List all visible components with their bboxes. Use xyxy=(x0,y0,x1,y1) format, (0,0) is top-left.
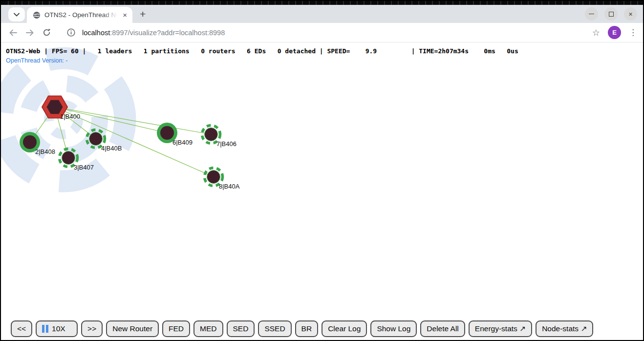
new-tab-button[interactable]: + xyxy=(140,8,146,20)
action-toolbar: << 10X >> New Router FED MED SED SSED BR… xyxy=(11,320,593,337)
node-label: 4|B40B xyxy=(101,145,122,152)
new-router-button[interactable]: New Router xyxy=(106,320,159,337)
node-label: 6|B409 xyxy=(172,139,193,146)
ssed-button[interactable]: SSED xyxy=(258,320,291,337)
node-label: 3|B407 xyxy=(74,164,94,171)
show-log-button[interactable]: Show Log xyxy=(370,320,417,337)
close-icon: × xyxy=(628,10,632,18)
pause-speed-button[interactable]: 10X xyxy=(36,320,78,337)
reload-icon xyxy=(43,28,51,37)
status-line: OTNS2-Web | FPS= 60 | 1 leaders 1 partit… xyxy=(6,47,518,55)
med-button[interactable]: MED xyxy=(193,320,223,337)
info-icon xyxy=(67,28,75,37)
minimize-icon xyxy=(589,14,594,14)
url-host: localhost xyxy=(82,29,110,37)
pause-icon xyxy=(42,325,48,333)
tab-otns2[interactable]: OTNS2 - OpenThread Ne × xyxy=(27,7,132,23)
tab-search-button[interactable] xyxy=(8,7,25,21)
forward-button[interactable] xyxy=(21,29,38,36)
tab-title: OTNS2 - OpenThread Ne xyxy=(44,11,117,19)
bookmark-star-icon[interactable]: ☆ xyxy=(592,27,600,38)
tab-bar: OTNS2 - OpenThread Ne × + × xyxy=(1,5,643,23)
address-bar-right: ☆ E ⋮ xyxy=(592,26,637,39)
menu-dots-icon[interactable]: ⋮ xyxy=(629,27,637,38)
site-info-button[interactable] xyxy=(63,28,79,37)
network-canvas[interactable]: 1|B4002|B4083|B4074|B40B6|B4097|B4068|B4… xyxy=(1,43,643,340)
browser-window: OTNS2 - OpenThread Ne × + × xyxy=(0,0,644,341)
otns-page-content: 1|B4002|B4083|B4074|B40B6|B4097|B4068|B4… xyxy=(1,43,643,340)
clear-log-button[interactable]: Clear Log xyxy=(322,320,367,337)
forward-arrow-icon xyxy=(25,29,34,36)
energy-stats-button[interactable]: Energy-stats ↗ xyxy=(469,320,532,337)
close-button[interactable]: × xyxy=(624,7,637,21)
profile-avatar[interactable]: E xyxy=(608,26,621,39)
chevron-down-icon xyxy=(14,13,20,17)
sed-button[interactable]: SED xyxy=(227,320,255,337)
openthread-version-link[interactable]: OpenThread Version: - xyxy=(6,57,67,64)
speed-label: 10X xyxy=(52,324,65,333)
tab-close-icon[interactable]: × xyxy=(121,11,129,19)
node-label: 8|B40A xyxy=(219,183,240,190)
node-label: 1|B400 xyxy=(60,113,80,120)
url-path: :8997/visualize?addr=localhost:8998 xyxy=(110,29,225,37)
node-label: 2|B408 xyxy=(35,148,55,155)
fed-button[interactable]: FED xyxy=(162,320,190,337)
background-terminal-strip xyxy=(1,1,643,5)
window-controls: × xyxy=(585,7,637,21)
reload-button[interactable] xyxy=(38,28,55,37)
speed-down-button[interactable]: << xyxy=(11,320,32,337)
br-button[interactable]: BR xyxy=(295,320,319,337)
maximize-button[interactable] xyxy=(604,7,618,21)
node-label: 7|B406 xyxy=(216,140,236,148)
globe-favicon-icon xyxy=(33,11,41,19)
back-arrow-icon xyxy=(9,29,18,36)
node-stats-button[interactable]: Node-stats ↗ xyxy=(536,320,593,337)
url-field[interactable]: localhost:8997/visualize?addr=localhost:… xyxy=(82,29,592,37)
minimize-button[interactable] xyxy=(585,7,598,21)
delete-all-button[interactable]: Delete All xyxy=(420,320,465,337)
speed-up-button[interactable]: >> xyxy=(81,320,103,337)
back-button[interactable] xyxy=(5,29,21,36)
maximize-icon xyxy=(609,12,614,17)
address-bar: localhost:8997/visualize?addr=localhost:… xyxy=(1,23,643,43)
